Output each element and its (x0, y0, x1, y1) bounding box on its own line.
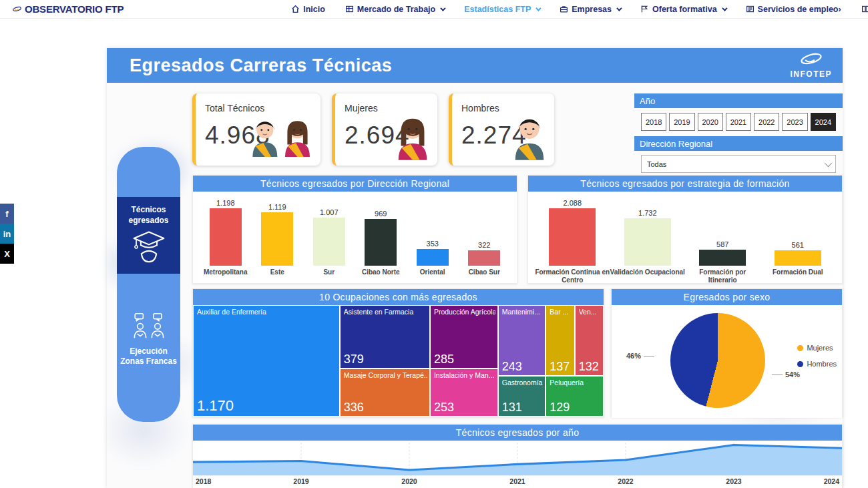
sidebar-item-tecnicos-egresados[interactable]: Técnicos egresados (117, 197, 180, 274)
year-button-2023[interactable]: 2023 (782, 113, 807, 131)
nav-item-mercado-de-trabajo[interactable]: Mercado de Trabajo (345, 5, 444, 14)
x-axis-label-2019: 2019 (293, 477, 308, 485)
sidebar-item-ejecucion-zonas-francas[interactable]: Ejecución Zonas Francas (117, 312, 180, 367)
site-brand[interactable]: OBSERVATORIO FTP (12, 3, 124, 15)
callout-line (772, 375, 783, 375)
page: OBSERVATORIO FTP InicioMercado de Trabaj… (0, 0, 868, 488)
nav-item-label: Estadísticas FTP (464, 5, 531, 14)
page-title: Egresados Carreras Técnicas (130, 55, 392, 76)
bar-category-label: Validación Ocupacional (610, 266, 685, 284)
bar[interactable] (699, 250, 746, 266)
treemap-tile-instalacion-y-man[interactable]: Instalación y Man...253 (431, 369, 497, 416)
news-icon (746, 5, 754, 13)
pie-callout-hombres: 46% (626, 352, 654, 360)
area-chart-anual[interactable]: 2018201920202021202220232024 (193, 441, 842, 488)
tile-name: Instalación y Man... (434, 371, 495, 379)
legend-item-hombres[interactable]: Hombres (797, 360, 837, 368)
x-axis-label-2021: 2021 (509, 477, 525, 485)
treemap-row: Asistente en Farmacia379 (341, 306, 429, 368)
bar[interactable] (549, 208, 596, 266)
region-dropdown[interactable]: Todas (641, 155, 836, 173)
x-twitter-share-button[interactable]: X (0, 244, 14, 264)
year-button-2022[interactable]: 2022 (754, 113, 779, 131)
bar-value-label: 2.088 (563, 199, 582, 207)
treemap-tile-gastronomia[interactable]: Gastronomía131 (499, 377, 546, 416)
bar-value-label: 1.007 (320, 208, 339, 216)
treemap-row: Auxiliar de Enfermería1.170 (194, 306, 339, 416)
chart-card-anual: Técnicos egresados por año 2018201920202… (192, 424, 843, 488)
bar-group-metropolitana: 1.198Metropolitana (200, 194, 252, 284)
year-button-2021[interactable]: 2021 (726, 113, 751, 131)
bar-category-label: Cibao Sur (469, 266, 500, 284)
bar-value-label: 969 (375, 210, 387, 218)
chart-card-ocupaciones: 10 Ocupaciones con más egresados Auxilia… (192, 288, 604, 417)
person-man-icon (509, 112, 550, 163)
x-axis-label-2024: 2024 (824, 477, 839, 485)
nav-item-label: Empresas (572, 5, 612, 14)
treemap-tile-ven[interactable]: Ven...132 (576, 306, 603, 375)
bar-category-label: Formación Dual (773, 266, 823, 284)
treemap-row: Bar ...137Ven...132 (546, 306, 603, 375)
chevron-down-icon (440, 5, 445, 11)
nav-item-p[interactable]: P (861, 5, 868, 14)
legend-dot (797, 345, 803, 351)
nav-item-estadisticas-ftp[interactable]: Estadísticas FTP (464, 5, 539, 14)
treemap-column: Asistente en Farmacia379Masaje Corporal … (341, 306, 429, 416)
year-button-2024[interactable]: 2024 (811, 113, 836, 131)
bar[interactable] (210, 208, 242, 266)
pie-callout-label: 54% (785, 371, 800, 379)
chevron-down-icon (535, 5, 541, 11)
nav-item-label: Servicios de empleo› (758, 5, 841, 14)
nav-item-empresas[interactable]: Empresas (560, 5, 620, 14)
legend-item-mujeres[interactable]: Mujeres (797, 344, 837, 352)
treemap-row: Mantenimi...243 (499, 306, 546, 375)
tile-name: Auxiliar de Enfermería (197, 308, 337, 316)
bar-value-label: 322 (478, 241, 490, 249)
people-chat-icon (117, 312, 180, 342)
chart-card-regional: Técnicos egresados por Dirección Regiona… (192, 175, 517, 284)
pie-callout-mujeres: 54% (772, 371, 800, 379)
treemap-tile-peluqueria[interactable]: Peluquería129 (546, 377, 603, 416)
nav-item-servicios-de-empleo[interactable]: Servicios de empleo› (746, 5, 841, 14)
pie-chart-sexo: 46% 54% MujeresHombres (612, 305, 842, 418)
linkedin-share-button[interactable]: in (0, 224, 14, 244)
bar[interactable] (775, 250, 821, 266)
bar-group-oriental: 353Oriental (407, 194, 459, 284)
infotep-logo-text: INFOTEP (790, 69, 832, 79)
treemap-tile-auxiliar-de-enfermeria[interactable]: Auxiliar de Enfermería1.170 (194, 306, 339, 416)
pie-slices[interactable] (670, 313, 765, 408)
treemap-column: Bar ...137Ven...132Peluquería129 (546, 306, 603, 416)
bar-category-label: Formación Continua en Centro (535, 266, 610, 284)
x-axis-label-2020: 2020 (401, 477, 417, 485)
bar-group-cibao-sur: 322Cibao Sur (459, 194, 511, 284)
treemap-tile-mantenimi[interactable]: Mantenimi...243 (499, 306, 546, 375)
facebook-share-button[interactable]: f (0, 204, 14, 224)
graduation-cap-icon (117, 230, 180, 266)
bar[interactable] (365, 219, 397, 266)
sidebar-item-label: Ejecución Zonas Francas (120, 346, 177, 367)
bar-category-label: Cibao Norte (362, 266, 400, 284)
chart-card-estrategia: Técnicos egresados por estrategia de for… (527, 175, 843, 284)
treemap-tile-bar[interactable]: Bar ...137 (546, 306, 574, 375)
bar[interactable] (313, 218, 345, 266)
kpi-row: Total Técnicos4.968 Mujeres2.694 Hombres… (192, 93, 554, 166)
bar[interactable] (261, 212, 293, 266)
bar[interactable] (417, 249, 449, 266)
nav-item-inicio[interactable]: Inicio (291, 5, 325, 14)
nav-item-label: Mercado de Trabajo (357, 5, 435, 14)
treemap-tile-produccion-agricola[interactable]: Producción Agrícola285 (431, 306, 497, 368)
bar[interactable] (624, 218, 671, 266)
bar-value-label: 587 (716, 240, 728, 248)
year-button-2019[interactable]: 2019 (669, 113, 694, 131)
year-button-2020[interactable]: 2020 (698, 113, 723, 131)
year-button-2018[interactable]: 2018 (641, 113, 666, 131)
legend-label: Hombres (807, 360, 837, 368)
treemap-column: Producción Agrícola285Instalación y Man.… (431, 306, 497, 416)
treemap-tile-masaje-corporal-y-terape[interactable]: Masaje Corporal y Terapé...336 (341, 369, 429, 416)
people-duo-icon (247, 112, 316, 163)
tile-name: Gastronomía (502, 379, 544, 387)
bar[interactable] (468, 250, 500, 266)
treemap-tile-asistente-en-farmacia[interactable]: Asistente en Farmacia379 (341, 306, 429, 368)
bar-value-label: 1.119 (268, 203, 286, 211)
nav-item-oferta-formativa[interactable]: Oferta formativa (640, 5, 726, 14)
